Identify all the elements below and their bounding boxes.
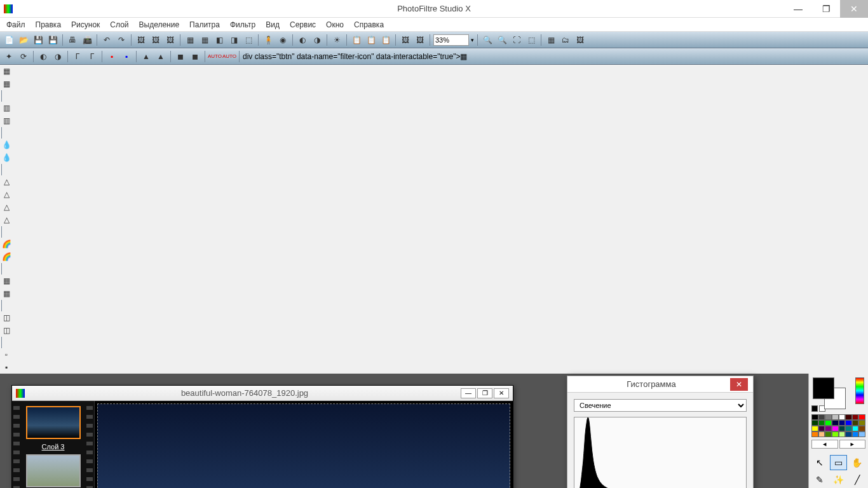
filter-icon[interactable]: ▲: [154, 50, 167, 63]
filter-icon[interactable]: AUTO: [223, 50, 236, 63]
palette-swatch[interactable]: [811, 420, 818, 426]
palette-prev-button[interactable]: ◄: [811, 440, 838, 449]
tool-icon[interactable]: ⬚: [242, 34, 255, 46]
save-as-icon[interactable]: 💾: [46, 34, 59, 46]
palette-swatch[interactable]: [845, 414, 852, 420]
palette-swatch[interactable]: [825, 414, 832, 420]
layer-thumb[interactable]: [26, 406, 81, 439]
filter-icon[interactable]: ✦: [3, 50, 15, 63]
palette-swatch[interactable]: [818, 431, 825, 437]
filter-icon[interactable]: ▲: [140, 50, 153, 63]
palette-swatch[interactable]: [818, 420, 825, 426]
tool-icon[interactable]: 🖼: [164, 34, 177, 46]
palette-swatch[interactable]: [811, 414, 818, 420]
channel-select[interactable]: Свечение: [574, 399, 747, 412]
palette-swatch[interactable]: [839, 414, 846, 420]
doc-maximize-button[interactable]: ❐: [477, 388, 492, 398]
filter-icon[interactable]: ▪: [0, 361, 13, 374]
filter-icon[interactable]: ◐: [37, 50, 50, 63]
filter-icon[interactable]: 🌈: [0, 250, 13, 263]
undo-icon[interactable]: ↶: [100, 34, 113, 46]
filter-icon[interactable]: ◫: [0, 311, 13, 324]
tool-icon[interactable]: 🖼: [574, 34, 587, 46]
filter-icon[interactable]: ◫: [0, 324, 13, 337]
filter-icon[interactable]: 💧: [0, 139, 13, 151]
tool-icon[interactable]: 🧍: [262, 34, 275, 46]
filter-icon[interactable]: 💧: [0, 151, 13, 164]
tool-icon[interactable]: ▦: [184, 34, 196, 46]
zoom-out-icon[interactable]: 🔍: [481, 34, 494, 46]
tool-icon[interactable]: ▦: [545, 34, 557, 46]
menu-edit[interactable]: Правка: [32, 19, 65, 30]
palette-swatch[interactable]: [811, 431, 818, 437]
palette-swatch[interactable]: [858, 414, 865, 420]
wand-tool-icon[interactable]: ✨: [830, 472, 846, 487]
menu-help[interactable]: Справка: [350, 19, 388, 30]
open-icon[interactable]: 📂: [17, 34, 30, 46]
palette-swatch[interactable]: [852, 426, 859, 431]
save-icon[interactable]: 💾: [32, 34, 44, 46]
menu-selection[interactable]: Выделение: [135, 19, 184, 30]
palette-swatch[interactable]: [852, 431, 859, 437]
filter-icon[interactable]: ◼: [174, 50, 187, 63]
zoom-100-icon[interactable]: ⬚: [525, 34, 538, 46]
filter-icon[interactable]: 🌈: [0, 238, 13, 250]
scan-icon[interactable]: 📠: [81, 34, 93, 46]
filter-icon[interactable]: ▦: [0, 274, 13, 287]
palette-swatch[interactable]: [818, 426, 825, 431]
tool-icon[interactable]: 🖼: [135, 34, 147, 46]
palette-swatch[interactable]: [839, 426, 846, 431]
filter-icon[interactable]: △: [0, 214, 13, 226]
filter-icon[interactable]: ⟳: [17, 50, 30, 63]
tool-icon[interactable]: ◑: [311, 34, 323, 46]
filter-icon[interactable]: △: [0, 201, 13, 214]
tool-icon[interactable]: 🖼: [399, 34, 412, 46]
palette-swatch[interactable]: [811, 426, 818, 431]
palette-next-button[interactable]: ►: [839, 440, 866, 449]
palette-swatch[interactable]: [832, 420, 839, 426]
tool-icon[interactable]: ◧: [213, 34, 226, 46]
paste-icon[interactable]: 📋: [365, 34, 377, 46]
filter-icon[interactable]: ▦: [0, 287, 13, 300]
palette-swatch[interactable]: [858, 420, 865, 426]
filter-icon[interactable]: Γ: [71, 50, 84, 63]
mini-swatch[interactable]: [811, 405, 818, 412]
filter-icon[interactable]: △: [0, 188, 13, 201]
selection-tool-icon[interactable]: ▭: [830, 455, 846, 470]
menu-image[interactable]: Рисунок: [67, 19, 104, 30]
filter-icon[interactable]: ▦: [0, 65, 13, 78]
filter-icon[interactable]: ▫: [0, 348, 13, 361]
zoom-input[interactable]: [433, 34, 469, 46]
palette-swatch[interactable]: [845, 426, 852, 431]
tool-icon[interactable]: 🖼: [414, 34, 426, 46]
tool-icon[interactable]: ▦: [198, 34, 211, 46]
redo-icon[interactable]: ↷: [115, 34, 128, 46]
filter-icon[interactable]: AUTO: [208, 50, 221, 63]
tool-icon[interactable]: 📋: [379, 34, 392, 46]
color-palette[interactable]: [811, 414, 865, 437]
hand-tool-icon[interactable]: ✋: [849, 455, 865, 470]
palette-swatch[interactable]: [839, 431, 846, 437]
print-icon[interactable]: 🖶: [66, 34, 79, 46]
tool-icon[interactable]: 🖼: [149, 34, 162, 46]
layer-thumb[interactable]: [26, 454, 81, 487]
filter-icon[interactable]: ▪: [120, 50, 133, 63]
filter-icon[interactable]: △: [0, 175, 13, 188]
palette-swatch[interactable]: [832, 426, 839, 431]
filter-icon[interactable]: Γ: [86, 50, 98, 63]
tool-icon[interactable]: 🗂: [559, 34, 572, 46]
tool-icon[interactable]: ◉: [276, 34, 289, 46]
foreground-color-swatch[interactable]: [813, 377, 834, 399]
copy-icon[interactable]: 📋: [350, 34, 363, 46]
menu-window[interactable]: Окно: [322, 19, 348, 30]
palette-swatch[interactable]: [858, 426, 865, 431]
palette-swatch[interactable]: [845, 420, 852, 426]
filter-icon[interactable]: ▥: [0, 114, 13, 127]
filter-icon[interactable]: ▥: [0, 102, 13, 114]
menu-tools[interactable]: Сервис: [286, 19, 320, 30]
filter-icon[interactable]: ▦: [0, 78, 13, 90]
palette-swatch[interactable]: [852, 414, 859, 420]
filter-icon[interactable]: ◑: [51, 50, 64, 63]
menu-palette[interactable]: Палитра: [186, 19, 224, 30]
menu-view[interactable]: Вид: [262, 19, 283, 30]
